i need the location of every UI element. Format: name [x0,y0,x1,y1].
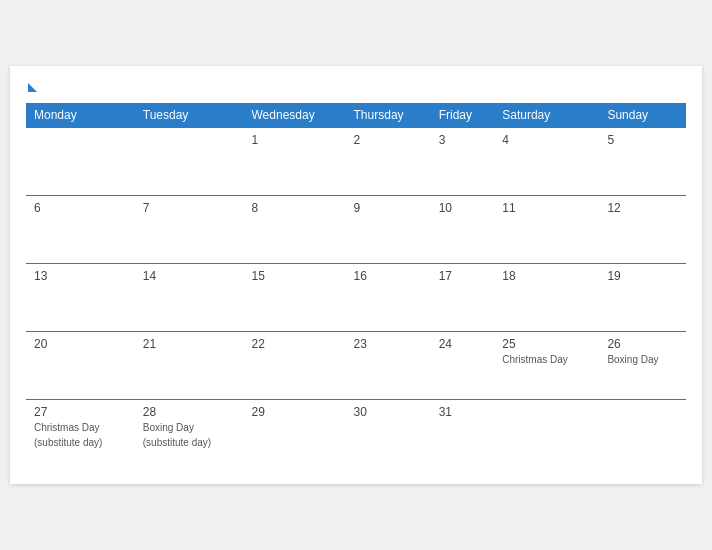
calendar-cell: 27Christmas Day(substitute day) [26,400,135,468]
day-number: 11 [502,201,591,215]
day-number: 18 [502,269,591,283]
event-label: (substitute day) [143,436,236,449]
calendar-cell: 26Boxing Day [599,332,686,400]
day-number: 22 [252,337,338,351]
calendar-cell: 18 [494,264,599,332]
calendar-cell: 3 [431,128,495,196]
day-number: 29 [252,405,338,419]
day-number: 14 [143,269,236,283]
calendar-cell [26,128,135,196]
event-label: Boxing Day [143,421,236,434]
calendar-cell: 30 [346,400,431,468]
day-number: 26 [607,337,678,351]
day-number: 19 [607,269,678,283]
calendar-cell: 29 [244,400,346,468]
calendar-container: MondayTuesdayWednesdayThursdayFridaySatu… [10,66,702,484]
calendar-cell: 11 [494,196,599,264]
day-number: 9 [354,201,423,215]
calendar-cell: 17 [431,264,495,332]
calendar-cell: 19 [599,264,686,332]
day-number: 21 [143,337,236,351]
day-number: 7 [143,201,236,215]
calendar-cell: 15 [244,264,346,332]
day-number: 24 [439,337,487,351]
calendar-tbody: 1234567891011121314151617181920212223242… [26,128,686,468]
calendar-cell: 25Christmas Day [494,332,599,400]
calendar-cell: 22 [244,332,346,400]
day-number: 3 [439,133,487,147]
day-number: 12 [607,201,678,215]
day-number: 28 [143,405,236,419]
calendar-cell: 16 [346,264,431,332]
calendar-cell [494,400,599,468]
calendar-cell: 31 [431,400,495,468]
calendar-cell: 4 [494,128,599,196]
weekday-header-wednesday: Wednesday [244,103,346,128]
day-number: 31 [439,405,487,419]
calendar-cell: 2 [346,128,431,196]
calendar-cell: 24 [431,332,495,400]
calendar-row-3: 202122232425Christmas Day26Boxing Day [26,332,686,400]
day-number: 2 [354,133,423,147]
day-number: 10 [439,201,487,215]
calendar-cell: 13 [26,264,135,332]
day-number: 30 [354,405,423,419]
calendar-row-1: 6789101112 [26,196,686,264]
calendar-cell: 1 [244,128,346,196]
calendar-row-4: 27Christmas Day(substitute day)28Boxing … [26,400,686,468]
calendar-cell: 5 [599,128,686,196]
day-number: 16 [354,269,423,283]
event-label: (substitute day) [34,436,127,449]
calendar-row-2: 13141516171819 [26,264,686,332]
day-number: 13 [34,269,127,283]
calendar-cell [599,400,686,468]
calendar-table: MondayTuesdayWednesdayThursdayFridaySatu… [26,103,686,468]
calendar-cell: 9 [346,196,431,264]
calendar-header [26,82,686,91]
weekday-header-sunday: Sunday [599,103,686,128]
calendar-thead: MondayTuesdayWednesdayThursdayFridaySatu… [26,103,686,128]
day-number: 6 [34,201,127,215]
calendar-cell: 8 [244,196,346,264]
day-number: 23 [354,337,423,351]
calendar-cell: 7 [135,196,244,264]
day-number: 8 [252,201,338,215]
logo-triangle-icon [28,83,37,92]
calendar-cell: 10 [431,196,495,264]
day-number: 25 [502,337,591,351]
calendar-cell: 12 [599,196,686,264]
day-number: 27 [34,405,127,419]
logo [26,82,37,91]
weekday-header-monday: Monday [26,103,135,128]
calendar-cell [135,128,244,196]
day-number: 20 [34,337,127,351]
event-label: Boxing Day [607,353,678,366]
day-number: 17 [439,269,487,283]
day-number: 4 [502,133,591,147]
weekday-header-saturday: Saturday [494,103,599,128]
calendar-cell: 28Boxing Day(substitute day) [135,400,244,468]
event-label: Christmas Day [34,421,127,434]
event-label: Christmas Day [502,353,591,366]
day-number: 5 [607,133,678,147]
calendar-cell: 6 [26,196,135,264]
calendar-cell: 23 [346,332,431,400]
day-number: 15 [252,269,338,283]
calendar-cell: 14 [135,264,244,332]
calendar-row-0: 12345 [26,128,686,196]
weekday-header-row: MondayTuesdayWednesdayThursdayFridaySatu… [26,103,686,128]
weekday-header-thursday: Thursday [346,103,431,128]
calendar-cell: 20 [26,332,135,400]
weekday-header-friday: Friday [431,103,495,128]
calendar-cell: 21 [135,332,244,400]
weekday-header-tuesday: Tuesday [135,103,244,128]
day-number: 1 [252,133,338,147]
